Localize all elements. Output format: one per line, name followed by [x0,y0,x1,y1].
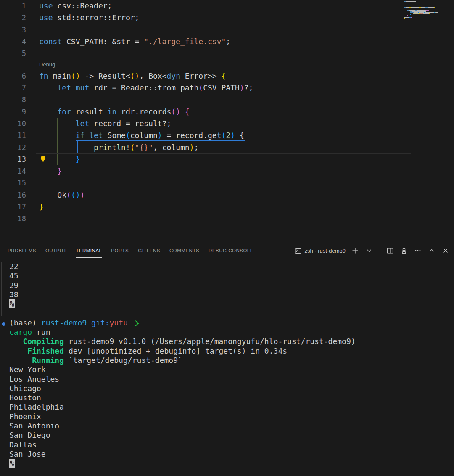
line-number[interactable]: 3 [0,24,26,36]
code-text: fn main() -> Result<(), Box<dyn Error>> … [39,70,226,82]
minimap-line [421,5,435,5]
line-number[interactable]: 9 [0,106,26,118]
line-number[interactable]: 13 [0,153,26,165]
terminal-icon [295,248,301,254]
terminal-profile-dropdown[interactable] [365,246,373,255]
code-text: } [39,201,44,213]
line-number[interactable]: 10 [0,118,26,130]
minimap-line [412,8,430,8]
line-number[interactable]: 4 [0,36,26,48]
bottom-panel: PROBLEMSOUTPUTTERMINALPORTSGITLENSCOMMEN… [0,241,454,476]
minimap-line [407,15,408,16]
code-line[interactable]: 8 [0,94,454,106]
terminal-line: Running `target/debug/rust-demo9` [9,356,454,365]
new-terminal-button[interactable] [351,246,359,255]
minimap-line [404,18,405,19]
line-number[interactable]: 8 [0,94,26,106]
line-number[interactable]: 7 [0,82,26,94]
terminal-line: Chicago [9,384,454,393]
panel-tab-terminal[interactable]: TERMINAL [76,241,102,260]
panel-tab-comments[interactable]: COMMENTS [169,241,199,260]
code-line[interactable]: 5 [0,48,454,59]
code-text: use csv::Reader; [39,0,112,12]
code-line[interactable]: 10 let record = result?; [0,118,454,130]
minimap-line [413,13,419,14]
minimap-line [436,12,438,13]
minimap-line [435,5,436,5]
line-number[interactable]: 12 [0,142,26,153]
code-text: if let Some(column) = record.get(2) { [39,130,244,141]
line-number[interactable]: 6 [0,70,26,82]
line-number[interactable]: 5 [0,48,26,59]
code-line[interactable]: 15 [0,177,454,189]
code-text: Ok(()) [39,189,84,201]
terminal-line: (base) rust-demo9 git:yufu [9,318,454,328]
terminal-line: 45 [9,271,454,280]
chevron-up-icon [429,248,435,254]
panel-tab-ports[interactable]: PORTS [111,241,129,260]
panel-tab-problems[interactable]: PROBLEMS [8,241,36,260]
terminal-line: San Antonio [9,421,454,431]
code-text: println!("{}", column); [39,142,198,153]
panel-tab-gitlens[interactable]: GITLENS [138,241,160,260]
kill-terminal-button[interactable] [400,246,408,255]
terminal-line: 29 [9,281,454,290]
close-panel-button[interactable] [441,246,450,255]
code-line[interactable]: 17} [0,201,454,213]
prompt-arrow-icon [133,320,139,326]
code-line[interactable]: 9 for result in rdr.records() { [0,106,454,118]
line-number[interactable]: 2 [0,12,26,24]
maximize-panel-button[interactable] [428,246,436,255]
command-decoration-dot[interactable] [2,322,5,326]
ellipsis-icon [414,247,421,254]
minimap-line [430,13,430,14]
split-pane-icon [387,247,393,254]
line-number[interactable]: 14 [0,165,26,177]
terminal-output-decoration [1,262,2,316]
code-line[interactable]: 4const CSV_PATH: &str = "./large_file.cs… [0,36,454,48]
line-number[interactable]: 18 [0,213,26,225]
code-line[interactable]: 16 Ok(()) [0,189,454,201]
codelens-debug[interactable]: Debug [0,59,454,70]
terminal-tab-badge[interactable]: zsh - rust-demo9 [295,248,346,254]
terminal-line: San Diego [9,431,454,440]
minimap-line [404,5,408,5]
lightbulb-icon[interactable] [40,155,47,162]
terminal-line [9,309,454,318]
code-line[interactable]: 18 [0,213,454,225]
terminal-line: cargo run [9,328,454,337]
line-number[interactable]: 1 [0,0,26,12]
line-number[interactable]: 15 [0,177,26,189]
code-line[interactable]: 6fn main() -> Result<(), Box<dyn Error>>… [0,70,454,82]
panel-tab-debug-console[interactable]: DEBUG CONSOLE [209,241,253,260]
code-line[interactable]: 14 } [0,165,454,177]
minimap[interactable] [403,0,454,27]
trash-icon [401,247,407,254]
minimap-line [428,10,429,11]
panel-tab-output[interactable]: OUTPUT [45,241,66,260]
code-text: let mut rdr = Reader::from_path(CSV_PATH… [39,82,253,94]
code-line[interactable]: 3 [0,24,454,36]
line-number[interactable]: 17 [0,201,26,213]
code-line[interactable]: 2use std::error::Error; [0,12,454,24]
split-terminal-button[interactable] [386,246,394,255]
more-actions-button[interactable] [414,246,422,255]
terminal-line: Houston [9,393,454,402]
terminal[interactable]: 22452938%(base) rust-demo9 git:yufu carg… [0,260,454,476]
code-line[interactable]: 12 println!("{}", column); [0,142,454,153]
current-line-highlight [36,153,411,165]
code-line[interactable]: 1use csv::Reader; [0,0,454,12]
minimap-line [408,5,421,5]
minimap-line [410,12,412,13]
editor-lines: 1use csv::Reader;2use std::error::Error;… [0,0,454,225]
minimap-line [406,3,420,3]
terminal-lines: 22452938%(base) rust-demo9 git:yufu carg… [9,262,454,468]
terminal-line: % [9,299,454,309]
minimap-line [438,8,440,8]
line-number[interactable]: 16 [0,189,26,201]
code-editor[interactable]: 1use csv::Reader;2use std::error::Error;… [0,0,454,241]
terminal-title: zsh - rust-demo9 [304,248,346,254]
line-number[interactable]: 11 [0,130,26,141]
code-line[interactable]: 11 if let Some(column) = record.get(2) { [0,130,454,141]
code-line[interactable]: 7 let mut rdr = Reader::from_path(CSV_PA… [0,82,454,94]
